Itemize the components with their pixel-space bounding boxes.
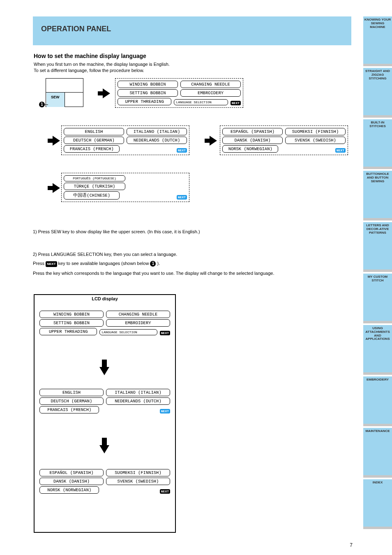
tab-shadow [363,372,392,375]
intro-text-1: When you first turn on the machine, the … [34,62,170,67]
tab-shadow [363,167,392,169]
language-panel-1: ENGLISH ITALIANO (ITALIAN) DEUTSCH (GERM… [61,125,189,155]
sew-key-graphic: SEW [46,78,83,107]
next-tag[interactable]: NEXT [160,409,170,413]
dutch-button[interactable]: NEDERLANDS (DUTCH) [127,137,187,144]
language-selection-label: LANGUAGE SELECTION [101,330,137,334]
callout-1: 1 [39,102,45,107]
language-selection-label: LANGUAGE SELECTION [176,100,211,104]
step-2b-suffix: key to see available languages (shown be… [58,261,150,266]
tab-shadow [363,64,392,66]
side-tab-8[interactable]: MAINTENANCE [363,428,392,475]
side-tab-1[interactable]: STRAIGHT AND ZIGZAG STITCHING [363,68,392,115]
language-selection-button[interactable]: LANGUAGE SELECTION [174,99,228,105]
step-2b-end: ). [157,261,160,266]
side-tab-9[interactable]: INDEX [363,479,392,527]
step-2b-prefix: Press [33,261,46,266]
upper-threading-button[interactable]: UPPER THREADING [39,328,97,335]
next-tag-inline: NEXT [46,261,57,267]
winding-bobbin-button[interactable]: WINDING BOBBIN [118,81,178,88]
norwegian-button[interactable]: NORSK (NORWEGIAN) [222,145,278,153]
side-tab-6[interactable]: USING ATTACHMENTS AND APPLICATIONS [363,325,392,372]
embroidery-button[interactable]: EMBROIDERY [180,89,241,97]
tab-shadow [363,424,392,426]
swedish-button[interactable]: SVENSK (SWEDISH) [106,478,170,485]
arrow-right-icon [53,183,60,193]
next-tag[interactable]: NEXT [160,331,170,335]
spanish-button[interactable]: ESPAÑOL (SPANISH) [222,128,283,135]
changing-needle-button[interactable]: CHANGING NEEDLE [180,81,241,88]
changing-needle-button[interactable]: CHANGING NEEDLE [106,311,170,318]
tab-shadow [363,218,392,221]
next-tag[interactable]: NEXT [160,489,170,494]
spanish-button[interactable]: ESPAÑOL (SPANISH) [39,469,104,476]
english-button[interactable]: ENGLISH [64,128,124,135]
side-tab-2[interactable]: BUILT-IN STITCHES [363,119,392,167]
swedish-button[interactable]: SVENSK (SWEDISH) [285,137,346,144]
step-2a-text: 2) Press LANGUAGE SELECTION key, then yo… [33,251,345,258]
side-tab-4[interactable]: LETTERS AND DECOR-ATIVE PATTERNS [363,222,392,269]
step-2b-text: Press NEXT key to see available language… [33,260,345,267]
danish-button[interactable]: DANSK (DANISH) [39,478,104,485]
side-tab-5[interactable]: MY CUSTOM STITCH [363,274,392,321]
german-button[interactable]: DEUTSCH (GERMAN) [64,137,124,144]
next-tag[interactable]: NEXT [177,148,187,153]
tab-shadow [363,321,392,323]
finnish-button[interactable]: SUOMEKSI (FINNISH) [106,469,170,476]
setting-bobbin-button[interactable]: SETTING BOBBIN [118,89,178,97]
lcd-help-menu: WINDING BOBBIN CHANGING NEEDLE SETTING B… [39,311,170,335]
lcd-lang-panel-1: ENGLISH ITALIANO (ITALIAN) DEUTSCH (GERM… [39,389,170,413]
language-panel-2: ESPAÑOL (SPANISH) SUOMEKSI (FINNISH) DAN… [220,125,348,155]
french-button[interactable]: FRANCAIS (FRENCH) [64,145,120,153]
arrow-down-icon [99,367,109,375]
italian-button[interactable]: ITALIANO (ITALIAN) [127,128,187,135]
dutch-button[interactable]: NEDERLANDS (DUTCH) [106,397,170,405]
italian-button[interactable]: ITALIANO (ITALIAN) [106,389,170,396]
language-selection-button[interactable]: LANGUAGE SELECTION [99,329,157,335]
arrow-right-icon [53,136,60,146]
lcd-title: LCD display [34,296,176,301]
setting-bobbin-button[interactable]: SETTING BOBBIN [39,319,104,327]
portuguese-button[interactable]: PORTUGUÊS (PORTUGUESE) [64,175,125,181]
help-menu-panel: WINDING BOBBIN CHANGING NEEDLE SETTING B… [115,78,243,108]
section-subtitle: How to set the machine display language [34,53,146,59]
tab-shadow [363,475,392,478]
arrow-right-icon [210,136,217,146]
next-tag[interactable]: NEXT [177,195,187,200]
german-button[interactable]: DEUTSCH (GERMAN) [39,397,104,405]
arrow-down-icon [99,445,109,453]
step-1-text: 1) Press SEW key to show display like th… [33,228,345,235]
next-tag[interactable]: NEXT [335,148,346,153]
embroidery-button[interactable]: EMBROIDERY [106,319,170,327]
section-title: OPERATION PANEL [41,25,111,33]
tab-shadow [363,115,392,118]
intro-text-2: To set a different language, follow the … [34,68,144,73]
language-panel-3: PORTUGUÊS (PORTUGUESE) TÜRKÇE (TURKISH) … [61,173,189,202]
french-button[interactable]: FRANCAIS (FRENCH) [39,406,99,413]
norwegian-button[interactable]: NORSK (NORWEGIAN) [39,486,99,494]
page-number: 7 [350,542,353,548]
chinese-button[interactable]: 中国语(CHINESE) [64,191,120,200]
sew-key-label: SEW [51,95,60,99]
upper-threading-button[interactable]: UPPER THREADING [118,98,171,105]
lcd-lang-panel-2: ESPAÑOL (SPANISH) SUOMEKSI (FINNISH) DAN… [39,469,170,494]
leader-line [45,104,48,105]
step-2c-text: Press the key which corresponds to the l… [33,270,329,277]
next-tag[interactable]: NEXT [231,101,241,105]
finnish-button[interactable]: SUOMEKSI (FINNISH) [285,128,346,135]
english-button[interactable]: ENGLISH [39,389,104,396]
arrow-right-icon [103,88,110,98]
side-tab-7[interactable]: EMBROIDERY [363,376,392,424]
side-tab-3[interactable]: BUTTONHOLE AND BUTTON SEWING [363,171,392,218]
side-tab-0[interactable]: KNOWING YOUR SEWING MACHINE [363,16,392,64]
turkish-button[interactable]: TÜRKÇE (TURKISH) [64,183,125,190]
tab-shadow [363,269,392,272]
callout-1-inline: 1 [150,261,156,267]
tab-shadow [363,527,392,529]
danish-button[interactable]: DANSK (DANISH) [222,137,283,144]
winding-bobbin-button[interactable]: WINDING BOBBIN [39,311,104,318]
